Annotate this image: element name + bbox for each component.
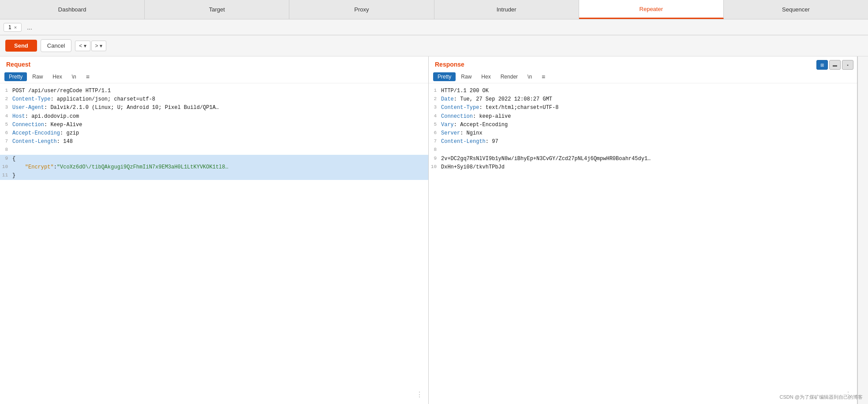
response-line-10: 10 DxHn+Syi08/tkvhTPbJd xyxy=(429,163,857,172)
request-menu-icon[interactable]: ≡ xyxy=(83,72,92,81)
request-line-7: 7 Content-Length: 148 xyxy=(0,138,428,146)
view-lines-button[interactable]: ▬ xyxy=(829,60,841,70)
request-code-area[interactable]: 1 POST /api/user/regCode HTTP/1.1 2 Cont… xyxy=(0,83,428,404)
resize-handle[interactable]: ⋮ xyxy=(416,392,423,399)
request-tab-newline[interactable]: \n xyxy=(67,72,81,81)
toolbar: Send Cancel < ▾ > ▾ xyxy=(0,35,868,56)
response-line-1: 1 HTTP/1.1 200 OK xyxy=(429,87,857,95)
view-single-button[interactable]: ▪ xyxy=(842,60,853,70)
more-tabs-button[interactable]: ... xyxy=(23,23,36,32)
tab-proxy[interactable]: Proxy xyxy=(289,0,434,19)
view-toggle-group: ⊞ ▬ ▪ xyxy=(816,60,853,70)
request-tab-pretty[interactable]: Pretty xyxy=(4,72,27,81)
response-code-area[interactable]: 1 HTTP/1.1 200 OK 2 Date: Tue, 27 Sep 20… xyxy=(429,83,857,404)
request-line-1: 1 POST /api/user/regCode HTTP/1.1 xyxy=(0,87,428,95)
forward-button[interactable]: > ▾ xyxy=(91,41,106,51)
request-tab-1[interactable]: 1 × xyxy=(4,23,22,32)
tab-intruder[interactable]: Intruder xyxy=(434,0,579,19)
response-line-6: 6 Server: Nginx xyxy=(429,129,857,138)
request-line-2: 2 Content-Type: application/json; charse… xyxy=(0,95,428,104)
tab-dashboard[interactable]: Dashboard xyxy=(0,0,145,19)
request-line-3: 3 User-Agent: Dalvik/2.1.0 (Linux; U; An… xyxy=(0,104,428,112)
tab-sequencer[interactable]: Sequencer xyxy=(724,0,868,19)
response-menu-icon[interactable]: ≡ xyxy=(539,72,548,81)
request-header: Request xyxy=(0,56,428,71)
request-line-10: 10 "Encrypt":"VcoXz6dO\/tibQAkgugi9QzFhm… xyxy=(0,163,428,172)
request-line-9: 9 { xyxy=(0,155,428,163)
response-line-3: 3 Content-Type: text/html;charset=UTF-8 xyxy=(429,104,857,112)
main-area: Request Pretty Raw Hex \n ≡ 1 POST /api/… xyxy=(0,56,868,404)
response-tab-hex[interactable]: Hex xyxy=(477,72,495,81)
sub-tab-row: 1 × ... xyxy=(0,19,868,35)
request-panel: Request Pretty Raw Hex \n ≡ 1 POST /api/… xyxy=(0,56,429,404)
response-panel: ⊞ ▬ ▪ Response Pretty Raw Hex Render \n … xyxy=(429,56,857,404)
request-line-6: 6 Accept-Encoding: gzip xyxy=(0,129,428,138)
tab-repeater[interactable]: Repeater xyxy=(579,0,724,19)
nav-buttons: < ▾ > ▾ xyxy=(75,41,106,51)
right-side-panel xyxy=(857,56,868,404)
request-line-11: 11 } xyxy=(0,172,428,180)
response-line-9: 9 2v+DC2gq7RsNlVI9b1yN8w/iBhyEp+N3CvGY/Z… xyxy=(429,155,857,163)
request-line-4: 4 Host: api.dodovip.com xyxy=(0,112,428,121)
response-line-2: 2 Date: Tue, 27 Sep 2022 12:08:27 GMT xyxy=(429,95,857,104)
send-button[interactable]: Send xyxy=(5,40,37,52)
back-button[interactable]: < ▾ xyxy=(75,41,90,51)
tab-target[interactable]: Target xyxy=(145,0,289,19)
response-tab-pretty[interactable]: Pretty xyxy=(433,72,456,81)
close-tab-1-icon[interactable]: × xyxy=(14,25,17,30)
view-grid-button[interactable]: ⊞ xyxy=(816,60,828,70)
request-line-5: 5 Connection: Keep-Alive xyxy=(0,121,428,129)
response-tab-render[interactable]: Render xyxy=(496,72,522,81)
response-line-7: 7 Content-Length: 97 xyxy=(429,138,857,146)
top-nav: Dashboard Target Proxy Intruder Repeater… xyxy=(0,0,868,19)
request-tab-raw[interactable]: Raw xyxy=(28,72,47,81)
response-line-8: 8 xyxy=(429,146,857,154)
response-tab-raw[interactable]: Raw xyxy=(456,72,476,81)
response-line-4: 4 Connection: keep-alive xyxy=(429,112,857,121)
request-line-8: 8 xyxy=(0,146,428,154)
request-tab-hex[interactable]: Hex xyxy=(48,72,66,81)
cancel-button[interactable]: Cancel xyxy=(41,39,71,52)
response-header: Response xyxy=(429,56,857,71)
response-format-tabs: Pretty Raw Hex Render \n ≡ xyxy=(429,71,857,83)
response-line-5: 5 Vary: Accept-Encoding xyxy=(429,121,857,129)
response-tab-newline[interactable]: \n xyxy=(523,72,536,81)
request-format-tabs: Pretty Raw Hex \n ≡ xyxy=(0,71,428,83)
watermark: CSDN @为了煤矿编辑器到自己的博客 xyxy=(780,394,863,400)
